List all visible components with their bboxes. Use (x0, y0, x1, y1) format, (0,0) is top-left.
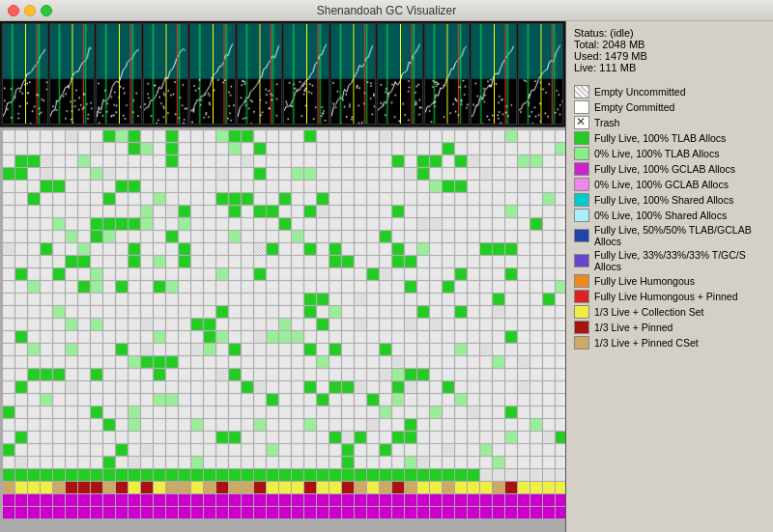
status-value: (idle) (610, 27, 633, 39)
chart-canvas-1 (50, 24, 95, 124)
legend-label-third-tgcs: Fully Live, 33%/33%/33% T/GC/S Allocs (594, 249, 765, 272)
chart-box-6 (283, 23, 329, 125)
legend-item-fifty-tlab-gclab: Fully Live, 50%/50% TLAB/GCLAB Allocs (574, 224, 765, 247)
traffic-lights (8, 5, 52, 16)
legend-item-empty-uncommitted: Empty Uncommitted (574, 85, 765, 98)
chart-box-9 (424, 23, 471, 125)
chart-box-5 (237, 23, 283, 125)
legend-item-third-tgcs: Fully Live, 33%/33%/33% T/GC/S Allocs (574, 249, 765, 272)
legend-swatch-fully-live-tlab (574, 131, 589, 145)
legend-label-fifty-tlab-gclab: Fully Live, 50%/50% TLAB/GCLAB Allocs (594, 224, 765, 247)
legend-item-trash: Trash (574, 116, 765, 129)
live-value: 111 MB (599, 62, 636, 73)
titlebar: Shenandoah GC Visualizer (0, 0, 773, 21)
chart-canvas-10 (472, 24, 516, 124)
legend-swatch-zero-live-gclab (574, 178, 589, 191)
legend-swatch-humongous (574, 274, 589, 288)
charts-area (0, 21, 565, 127)
legend-swatch-pinned-cset (574, 336, 589, 350)
legend-label-zero-live-shared: 0% Live, 100% Shared Allocs (594, 210, 727, 221)
legend-label-humongous: Fully Live Humongous (594, 275, 695, 287)
chart-box-8 (377, 23, 423, 125)
legend-item-humongous: Fully Live Humongous (574, 274, 765, 288)
chart-box-2 (96, 23, 142, 125)
legend-item-fully-live-gclab: Fully Live, 100% GCLAB Allocs (574, 162, 765, 176)
legend-section: Empty UncommittedEmpty CommittedTrashFul… (574, 85, 765, 350)
chart-canvas-9 (425, 24, 470, 124)
chart-canvas-8 (378, 24, 422, 124)
chart-box-3 (143, 23, 189, 125)
chart-box-1 (49, 23, 96, 125)
chart-box-7 (330, 23, 377, 125)
legend-label-empty-committed: Empty Committed (594, 101, 674, 113)
legend-label-pinned: 1/3 Live + Pinned (594, 322, 673, 333)
legend-swatch-humongous-pinned (574, 290, 589, 303)
total-line: Total: 2048 MB (574, 39, 765, 50)
legend-swatch-zero-live-tlab (574, 147, 589, 160)
chart-canvas-3 (144, 24, 188, 124)
legend-label-fully-live-tlab: Fully Live, 100% TLAB Allocs (594, 132, 726, 144)
legend-label-fully-live-gclab: Fully Live, 100% GCLAB Allocs (594, 163, 735, 175)
used-line: Used: 1479 MB (574, 50, 765, 62)
legend-label-zero-live-gclab: 0% Live, 100% GCLAB Allocs (594, 179, 729, 190)
right-panel: Status: (idle) Total: 2048 MB Used: 1479… (566, 21, 773, 532)
chart-box-11 (518, 23, 564, 125)
chart-canvas-6 (284, 24, 329, 124)
chart-box-4 (189, 23, 236, 125)
legend-label-fully-live-shared: Fully Live, 100% Shared Allocs (594, 194, 733, 206)
left-panel (0, 21, 566, 532)
chart-canvas-7 (331, 24, 376, 124)
window-title: Shenandoah GC Visualizer (317, 4, 457, 17)
live-label: Live: (574, 62, 596, 73)
heap-map-area (0, 127, 565, 532)
legend-item-zero-live-gclab: 0% Live, 100% GCLAB Allocs (574, 178, 765, 191)
legend-item-zero-live-shared: 0% Live, 100% Shared Allocs (574, 209, 765, 222)
total-value: 2048 MB (602, 39, 644, 50)
legend-swatch-empty-committed (574, 100, 589, 114)
status-section: Status: (idle) Total: 2048 MB Used: 1479… (574, 27, 765, 73)
chart-box-10 (471, 23, 517, 125)
legend-label-collection-set: 1/3 Live + Collection Set (594, 306, 704, 318)
chart-canvas-0 (3, 24, 47, 124)
legend-label-pinned-cset: 1/3 Live + Pinned CSet (594, 337, 699, 349)
legend-swatch-fully-live-gclab (574, 162, 589, 176)
live-line: Live: 111 MB (574, 62, 765, 73)
legend-item-pinned: 1/3 Live + Pinned (574, 321, 765, 334)
chart-canvas-4 (190, 24, 235, 124)
legend-swatch-empty-uncommitted (574, 85, 589, 98)
legend-swatch-third-tgcs (574, 254, 589, 267)
used-value: 1479 MB (605, 50, 647, 62)
chart-canvas-5 (238, 24, 282, 124)
heap-canvas (0, 127, 565, 532)
legend-item-collection-set: 1/3 Live + Collection Set (574, 305, 765, 319)
legend-swatch-fifty-tlab-gclab (574, 229, 589, 242)
legend-item-fully-live-tlab: Fully Live, 100% TLAB Allocs (574, 131, 765, 145)
legend-item-fully-live-shared: Fully Live, 100% Shared Allocs (574, 193, 765, 207)
legend-item-pinned-cset: 1/3 Live + Pinned CSet (574, 336, 765, 350)
legend-item-empty-committed: Empty Committed (574, 100, 765, 114)
close-button[interactable] (8, 5, 19, 16)
legend-label-trash: Trash (594, 117, 619, 128)
minimize-button[interactable] (24, 5, 36, 16)
maximize-button[interactable] (41, 5, 52, 16)
status-line: Status: (idle) (574, 27, 765, 39)
total-label: Total: (574, 39, 599, 50)
chart-canvas-2 (97, 24, 141, 124)
legend-item-humongous-pinned: Fully Live Humongous + Pinned (574, 290, 765, 303)
chart-canvas-11 (519, 24, 563, 124)
legend-label-zero-live-tlab: 0% Live, 100% TLAB Allocs (594, 148, 719, 159)
chart-box-0 (2, 23, 48, 125)
legend-label-humongous-pinned: Fully Live Humongous + Pinned (594, 291, 738, 302)
legend-swatch-collection-set (574, 305, 589, 319)
main-content: Status: (idle) Total: 2048 MB Used: 1479… (0, 21, 773, 532)
status-label: Status: (574, 27, 607, 39)
legend-label-empty-uncommitted: Empty Uncommitted (594, 86, 686, 98)
legend-swatch-zero-live-shared (574, 209, 589, 222)
used-label: Used: (574, 50, 602, 62)
legend-swatch-fully-live-shared (574, 193, 589, 207)
legend-swatch-pinned (574, 321, 589, 334)
legend-swatch-trash (574, 116, 589, 129)
legend-item-zero-live-tlab: 0% Live, 100% TLAB Allocs (574, 147, 765, 160)
